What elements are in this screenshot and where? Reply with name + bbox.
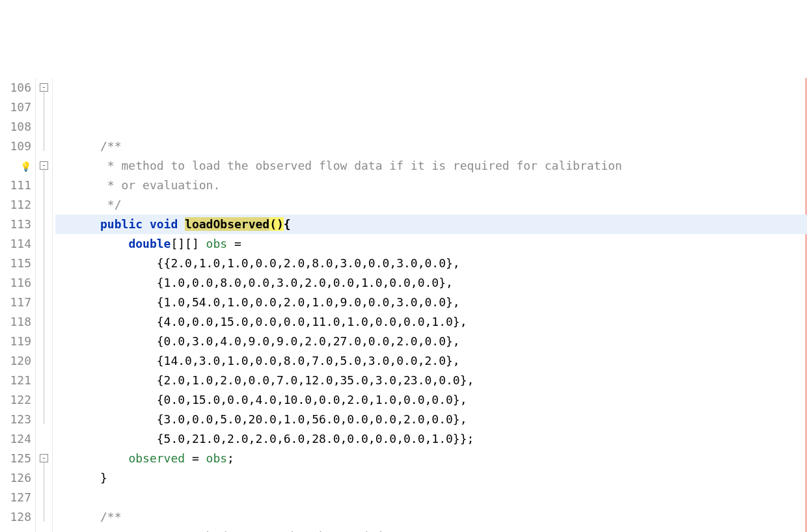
line-number: 116 — [0, 273, 31, 293]
code-line[interactable]: /** — [55, 507, 807, 527]
line-number: 117 — [0, 293, 31, 312]
code-line[interactable]: {0.0,15.0,0.0,4.0,10.0,0.0,2.0,1.0,0.0,0… — [55, 390, 807, 410]
code-line[interactable]: {0.0,3.0,4.0,9.0,9.0,2.0,27.0,0.0,2.0,0.… — [55, 332, 807, 351]
fold-cell: - — [36, 527, 52, 532]
line-number: 106 — [0, 78, 31, 98]
line-number: 120 — [0, 351, 31, 371]
fold-cell — [36, 429, 52, 449]
code-line[interactable]: * method to load the observed flow data … — [55, 156, 807, 176]
line-number: 123 — [0, 410, 31, 429]
code-line[interactable]: observed = obs; — [55, 449, 807, 468]
code-line[interactable]: * Accessor method to get the observed da… — [55, 527, 807, 532]
code-line[interactable]: {14.0,3.0,1.0,0.0,8.0,7.0,5.0,3.0,0.0,2.… — [55, 351, 807, 371]
line-number: 115 — [0, 254, 31, 273]
code-area[interactable]: /** * method to load the observed flow d… — [53, 78, 807, 532]
line-number: 121 — [0, 371, 31, 390]
line-number: 127 — [0, 488, 31, 507]
code-line[interactable]: {4.0,0.0,15.0,0.0,0.0,11.0,1.0,0.0,0.0,1… — [55, 312, 807, 332]
line-number: 129 — [0, 527, 31, 532]
code-line[interactable] — [55, 488, 807, 507]
code-line[interactable]: {2.0,1.0,2.0,0.0,7.0,12.0,35.0,3.0,23.0,… — [55, 371, 807, 390]
code-line[interactable]: * or evaluation. — [55, 176, 807, 195]
line-number: 126 — [0, 468, 31, 488]
line-number: 118 — [0, 312, 31, 332]
line-number-gutter: 106107108109💡111112113114115116117118119… — [0, 78, 36, 532]
line-number: 128 — [0, 507, 31, 527]
line-number: 124 — [0, 429, 31, 449]
line-number: 119 — [0, 332, 31, 351]
code-line[interactable]: {3.0,0.0,5.0,20.0,1.0,56.0,0.0,0.0,2.0,0… — [55, 410, 807, 429]
line-number: 113 — [0, 215, 31, 234]
code-line[interactable]: /** — [55, 137, 807, 156]
code-editor[interactable]: 106107108109💡111112113114115116117118119… — [0, 78, 807, 532]
line-number: 125 — [0, 449, 31, 468]
line-number: 109 — [0, 137, 31, 156]
code-line[interactable]: {1.0,54.0,1.0,0.0,2.0,1.0,9.0,0.0,3.0,0.… — [55, 293, 807, 312]
code-line[interactable]: } — [55, 468, 807, 488]
fold-gutter[interactable]: ---- — [36, 78, 53, 532]
line-number: 114 — [0, 234, 31, 254]
line-number: 💡 — [0, 156, 31, 176]
line-number: 111 — [0, 176, 31, 195]
lightbulb-icon[interactable]: 💡 — [20, 161, 31, 172]
code-line[interactable]: double[][] obs = — [55, 234, 807, 254]
code-line[interactable]: */ — [55, 195, 807, 215]
line-number: 108 — [0, 117, 31, 137]
line-number: 122 — [0, 390, 31, 410]
line-number: 107 — [0, 98, 31, 117]
code-line[interactable]: {1.0,0.0,8.0,0.0,3.0,2.0,0.0,1.0,0.0,0.0… — [55, 273, 807, 293]
code-line[interactable]: {{2.0,1.0,1.0,0.0,2.0,8.0,3.0,0.0,3.0,0.… — [55, 254, 807, 273]
code-line[interactable]: {5.0,21.0,2.0,2.0,6.0,28.0,0.0,0.0,0.0,1… — [55, 429, 807, 449]
line-number: 112 — [0, 195, 31, 215]
code-line[interactable]: public void loadObserved(){ — [55, 215, 807, 234]
